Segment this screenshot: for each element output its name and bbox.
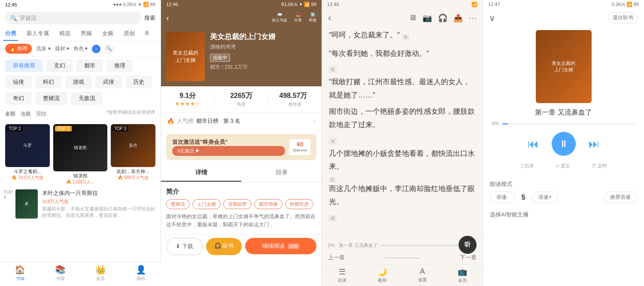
next-chapter-btn[interactable]: 下一章 <box>460 254 477 262</box>
share-btn[interactable]: 📤 分享 <box>294 12 302 23</box>
tab-nvpin[interactable]: 女频 <box>100 27 115 41</box>
tab-more[interactable]: B <box>143 27 151 41</box>
promo-text: 首次激活送"终身会员" 0元激活 ▶ <box>172 138 285 156</box>
book-genre: 都市 / 191.1万字 <box>210 64 316 71</box>
play-pause-btn[interactable]: ⏸ <box>552 132 576 156</box>
search-input[interactable]: 🔍 穿越流 <box>5 12 141 24</box>
speed-value: 5 <box>519 194 528 201</box>
tag-shangmen[interactable]: 上门女婿 <box>192 199 221 209</box>
audio-progress-bar[interactable] <box>502 123 635 125</box>
tab-catalog[interactable]: 目录 <box>241 164 322 182</box>
panel-reading: 12:46 📶 ‹ 🖥 📷 🎧 📤 ⋯ "呵呵，女总裁来了。" 6 "每次看到她… <box>322 0 483 286</box>
text-para1: "我敢打赌，江州市最性感、最迷人的女人，就是她了……" <box>329 76 476 102</box>
timer-ctrl-label[interactable]: ⏱ 定时 <box>592 163 607 169</box>
tab-yuanchuang[interactable]: 原创 <box>122 27 137 41</box>
listen-btn[interactable]: 🎧 听书 <box>206 238 242 255</box>
recommend-speed-btn[interactable]: 推荐语速 <box>604 192 637 203</box>
reading-icon-3[interactable]: 🎧 <box>438 13 447 23</box>
tag-zhuixu[interactable]: 赘婿流 <box>166 199 190 209</box>
catalog-ctrl-label[interactable]: 三目录 <box>520 163 534 169</box>
sort-complete[interactable]: 完结 <box>36 109 46 119</box>
filter-liupai[interactable]: 流派 ▾ <box>36 45 50 52</box>
rank-detail: 都市日榜 · 第 3 名 <box>196 117 313 125</box>
next-track-btn[interactable]: ⏭ <box>589 137 600 151</box>
nav-member[interactable]: 👑 会员 <box>81 265 121 282</box>
reading-icon-1[interactable]: 🖥 <box>409 13 416 23</box>
speed-minus-btn[interactable]: 语速- <box>490 192 515 203</box>
cat-qihuan[interactable]: 奇幻 <box>5 92 32 105</box>
download-btn[interactable]: ⬇ 下载 <box>166 238 203 255</box>
book-list-item-top4[interactable]: TOP 4 木 木叶之体内一只哥斯拉 314万人气值 穿越到火影，不知火玄逢发现… <box>5 189 155 219</box>
prev-chapter-btn[interactable]: 上一章 <box>328 254 345 262</box>
tab-nanpin[interactable]: 男频 <box>79 27 94 41</box>
search-button[interactable]: 搜索 <box>144 14 155 22</box>
tab-detail[interactable]: 详情 <box>161 164 241 182</box>
search-filter-icon[interactable]: 🔍 <box>105 45 113 53</box>
collapse-btn[interactable]: ∨ <box>489 13 495 23</box>
speed-plus-btn[interactable]: 语速+ <box>532 192 558 203</box>
book-info-top4: 木叶之体内一只哥斯拉 314万人气值 穿越到火影，不知火玄逢发现自己体内有一只可… <box>42 189 155 219</box>
sort-serializing[interactable]: 连载 <box>21 109 31 119</box>
nav-profile[interactable]: 👤 我的 <box>121 265 161 282</box>
listen-float-btn[interactable]: 听 <box>459 236 477 254</box>
nav-vip[interactable]: 📺 会员 <box>443 267 483 283</box>
sort-bar: 全部 连载 完结 *按照书籍综合好评排序 <box>0 107 161 121</box>
catalog-label: 目录 <box>338 277 346 283</box>
filter-ticai[interactable]: 题材 ▾ <box>55 45 69 52</box>
gender-filter-icon[interactable]: ♂ <box>92 45 100 53</box>
book-top2[interactable]: 斗罗 TOP 2 斗罗之毒奶... 🔥 74.5万人气值 <box>5 124 50 185</box>
cat-all[interactable]: 所有推荐 <box>5 59 43 72</box>
exit-listen-btn[interactable]: 退出听书 <box>608 12 638 23</box>
continue-reading-btn[interactable]: 继续阅读 自营 <box>245 238 316 254</box>
tag-zhuzhu[interactable]: 扮猪吃虎 <box>285 199 313 209</box>
cat-zhuixu[interactable]: 赘婿流 <box>35 92 67 105</box>
tab-jingxuan[interactable]: 精选 <box>58 27 72 41</box>
tag-dushiqing[interactable]: 都市情缘 <box>254 199 283 209</box>
tab-fenlei[interactable]: 分类 <box>3 27 18 41</box>
back-reading[interactable]: ‹ <box>328 12 331 24</box>
book-metadata: 美女总裁的上门女婿 漂移的河湾 连载中 都市 / 191.1万字 <box>210 32 316 81</box>
sort-all[interactable]: 全部 <box>5 109 15 119</box>
cat-tuili[interactable]: 推理 <box>106 59 133 72</box>
cat-wudi[interactable]: 无敌流 <box>71 92 103 105</box>
prev-track-btn[interactable]: ⏮ <box>528 137 539 151</box>
reading-header: ‹ 🖥 📷 🎧 📤 ⋯ <box>322 9 483 27</box>
cat-wuxia[interactable]: 武侠 <box>95 76 122 88</box>
book-top3[interactable]: 东方 TOP 3 此刻，东方神... 🔥 980万人气值 <box>111 124 155 185</box>
self-badge: 自营 <box>288 243 299 249</box>
text-quote2: "每次看到她，我都会好激动。" <box>329 47 476 61</box>
cat-lishi[interactable]: 历史 <box>125 76 152 88</box>
cat-dushi[interactable]: 都市 <box>76 59 103 72</box>
cat-xuanhuan[interactable]: 玄幻 <box>46 59 73 72</box>
nav-catalog[interactable]: ☰ 目录 <box>322 267 362 283</box>
cat-youxi[interactable]: 游戏 <box>65 76 92 88</box>
quote-row-1: "呵呵，女总裁来了。" 6 <box>329 29 476 46</box>
tab-xinren[interactable]: 新人专属 <box>25 27 51 41</box>
cat-xianxia[interactable]: 仙侠 <box>5 76 32 88</box>
text-para4: 而这几个地摊贩中，李江南却脸红地垂低了眼光。 <box>329 183 476 209</box>
original-ctrl-label[interactable]: ⊙ 原文 <box>556 163 570 169</box>
reading-icon-2[interactable]: 📷 <box>422 13 432 23</box>
fans-arrow[interactable]: › <box>309 93 310 99</box>
report-btn[interactable]: ℹ️ 举报 <box>309 12 316 23</box>
filter-tuijian[interactable]: 🔥 推荐 <box>5 44 32 54</box>
filter-juese[interactable]: 角色 ▾ <box>73 45 88 52</box>
fans-val: 498.57万 <box>279 91 307 100</box>
nav-shelf[interactable]: 📚 书架 <box>40 265 81 282</box>
reading-icon-5[interactable]: ⋯ <box>469 13 477 23</box>
cat-kehuan[interactable]: 科幻 <box>35 76 62 88</box>
reading-icon-4[interactable]: 📤 <box>453 13 463 23</box>
add-shelf-btn[interactable]: 📖 加入书架 <box>272 12 287 23</box>
rank-bar[interactable]: 🔥 人气榜 都市日榜 · 第 3 名 › <box>161 113 322 130</box>
tag-jiaqiru[interactable]: 佳期如梦 <box>223 199 252 209</box>
book-top1[interactable]: TOP 1 镇龙棺 镇龙棺 🔥 1109万人... <box>53 124 107 185</box>
category-tabs: 分类 新人专属 精选 男频 女频 原创 B <box>0 27 161 41</box>
promo-btn[interactable]: 0元激活 ▶ <box>172 146 285 156</box>
search-section: 🔍 穿越流 搜索 <box>0 9 161 27</box>
nav-night[interactable]: 🌙 夜间 <box>362 267 403 283</box>
nav-settings[interactable]: A 设置 <box>402 267 443 283</box>
catalog-icon: ☰ <box>339 267 346 277</box>
nav-bookstore[interactable]: 🏠 书城 <box>0 265 40 282</box>
reading-header-icons: 🖥 📷 🎧 📤 ⋯ <box>409 13 477 23</box>
back-button[interactable]: ‹ <box>166 13 169 23</box>
